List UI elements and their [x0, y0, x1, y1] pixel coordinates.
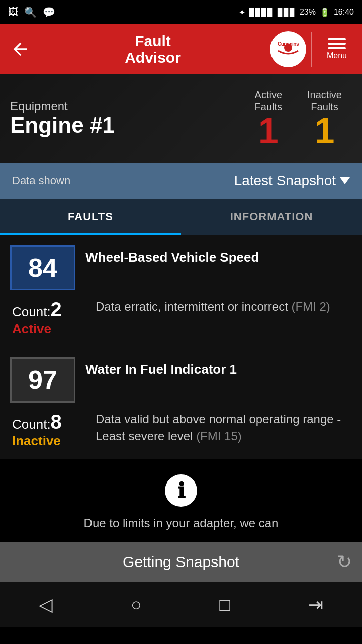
menu-label: Menu	[327, 51, 347, 60]
equipment-label: Equipment	[10, 99, 255, 113]
refresh-icon[interactable]: ↻	[337, 551, 352, 573]
fault-count-label-active: Count:2	[12, 298, 62, 321]
info-icon-circle: ℹ	[165, 474, 197, 507]
tab-information-label: INFORMATION	[230, 210, 313, 223]
fault-item-inactive[interactable]: 97 Water In Fuel Indicator 1 Count:8 Ina…	[0, 347, 362, 459]
fault-count-label-inactive: Count:8	[12, 411, 62, 433]
fault-item-active[interactable]: 84 Wheel-Based Vehicle Speed Count:2 Act…	[0, 235, 362, 347]
active-faults-group: ActiveFaults 1	[255, 89, 282, 149]
fault-count-section-inactive: Count:8 Inactive	[10, 411, 85, 449]
signal-bars: ▊▊▊▊	[249, 8, 274, 17]
cummins-logo-mark: Cummins	[270, 31, 306, 67]
tab-bar: FAULTS INFORMATION	[0, 199, 362, 235]
app-title: FaultAdvisor	[125, 33, 181, 66]
back-arrow-icon	[10, 39, 30, 59]
equipment-name: Engine #1	[10, 113, 255, 137]
snapshot-text: Getting Snapshot	[123, 553, 239, 571]
signal-bars-2: ▊▊▊	[278, 8, 296, 17]
hamburger-icon	[328, 38, 346, 49]
photo-icon: 🖼	[8, 6, 18, 18]
fault-code-97: 97	[28, 365, 57, 395]
snapshot-bar[interactable]: Getting Snapshot ↻	[0, 542, 362, 582]
fault-title-speed: Wheel-Based Vehicle Speed	[85, 245, 352, 266]
tab-faults[interactable]: FAULTS	[0, 199, 181, 235]
fault-code-84: 84	[28, 253, 57, 283]
brand-logo: Cummins	[265, 27, 311, 72]
status-bar-left-icons: 🖼 🔍 💬	[8, 6, 55, 18]
faults-list: 84 Wheel-Based Vehicle Speed Count:2 Act…	[0, 235, 362, 459]
info-section: ℹ Due to limits in your adapter, we can	[0, 459, 362, 542]
snapshot-value: Latest Snapshot	[234, 173, 336, 189]
bottom-nav: ◁ ○ □ ⇥	[0, 582, 362, 627]
active-faults-count: 1	[258, 113, 279, 149]
message-icon: 💬	[43, 6, 55, 18]
battery-percent: 23%	[300, 8, 316, 17]
info-icon: ℹ	[177, 479, 185, 502]
tab-information[interactable]: INFORMATION	[181, 199, 362, 235]
back-button[interactable]	[0, 24, 40, 74]
back-nav-button[interactable]: ◁	[39, 594, 53, 615]
info-message: Due to limits in your adapter, we can	[84, 515, 279, 532]
equipment-header: Equipment Engine #1 ActiveFaults 1 Inact…	[0, 74, 362, 163]
data-shown-value-area[interactable]: Latest Snapshot	[234, 173, 350, 189]
home-nav-button[interactable]: ○	[131, 594, 142, 615]
inactive-faults-count: 1	[315, 113, 335, 149]
tab-faults-label: FAULTS	[68, 210, 113, 223]
bluetooth-icon: ✦	[239, 8, 245, 17]
equipment-name-section: Equipment Engine #1	[10, 99, 255, 137]
data-shown-bar[interactable]: Data shown Latest Snapshot	[0, 163, 362, 199]
fault-code-box-84: 84	[10, 245, 75, 290]
dropdown-arrow-icon	[340, 177, 350, 184]
share-nav-button[interactable]: ⇥	[308, 594, 323, 615]
fault-title-water: Water In Fuel Indicator 1	[85, 357, 352, 378]
active-faults-label: ActiveFaults	[255, 89, 282, 113]
fault-status-inactive: Inactive	[12, 433, 61, 449]
search-icon-status: 🔍	[24, 6, 37, 18]
nav-bar: FaultAdvisor Cummins Menu	[0, 24, 362, 74]
data-shown-label: Data shown	[12, 174, 234, 187]
inactive-faults-label: InactiveFaults	[307, 89, 342, 113]
fault-code-box-97: 97	[10, 357, 75, 403]
recent-nav-button[interactable]: □	[219, 594, 230, 615]
time-display: 16:40	[334, 8, 354, 17]
fault-description-inactive: Data valid but above normal operating ra…	[96, 411, 352, 444]
status-bar: 🖼 🔍 💬 ✦ ▊▊▊▊ ▊▊▊ 23% 🔋 16:40	[0, 0, 362, 24]
inactive-faults-group: InactiveFaults 1	[307, 89, 342, 149]
nav-title-area: FaultAdvisor	[40, 33, 265, 66]
fault-count-section-active: Count:2 Active	[10, 298, 85, 337]
status-right-area: ✦ ▊▊▊▊ ▊▊▊ 23% 🔋 16:40	[239, 8, 354, 17]
battery-icon: 🔋	[320, 8, 330, 17]
menu-button[interactable]: Menu	[312, 24, 362, 74]
faults-summary: ActiveFaults 1 InactiveFaults 1	[255, 89, 352, 149]
fault-description-active: Data erratic, intermittent or incorrect …	[96, 298, 352, 315]
fault-status-active: Active	[12, 321, 51, 337]
